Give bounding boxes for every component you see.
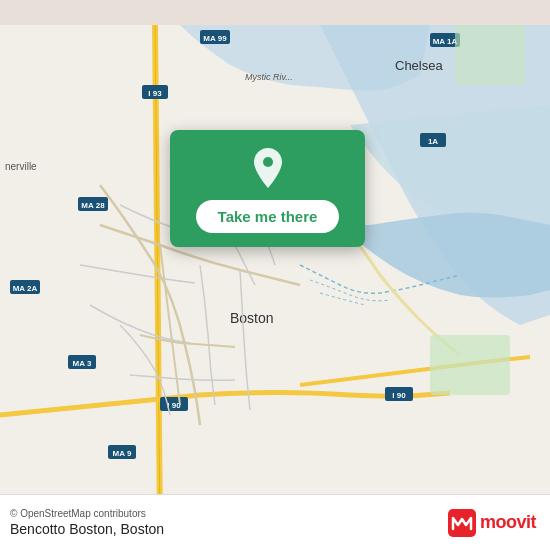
svg-text:MA 28: MA 28 — [81, 201, 105, 210]
moovit-brand-text: moovit — [480, 512, 536, 533]
svg-text:Chelsea: Chelsea — [395, 58, 443, 73]
svg-text:I 93: I 93 — [148, 89, 162, 98]
map-attribution: © OpenStreetMap contributors — [10, 508, 164, 519]
svg-rect-27 — [430, 335, 510, 395]
map-container: Mystic Riv... I 93 MA 28 MA 2A MA 3 MA 9… — [0, 0, 550, 550]
svg-text:I 90: I 90 — [392, 391, 406, 400]
bottom-bar: © OpenStreetMap contributors Bencotto Bo… — [0, 494, 550, 550]
moovit-logo: moovit — [448, 509, 536, 537]
location-name-label: Bencotto Boston, Boston — [10, 521, 164, 537]
bottom-left-info: © OpenStreetMap contributors Bencotto Bo… — [10, 508, 164, 537]
svg-rect-28 — [455, 25, 525, 85]
svg-text:MA 9: MA 9 — [113, 449, 132, 458]
svg-text:nerville: nerville — [5, 161, 37, 172]
svg-text:Mystic Riv...: Mystic Riv... — [245, 72, 293, 82]
map-background: Mystic Riv... I 93 MA 28 MA 2A MA 3 MA 9… — [0, 0, 550, 550]
svg-text:Boston: Boston — [230, 310, 274, 326]
svg-text:MA 99: MA 99 — [203, 34, 227, 43]
svg-text:MA 2A: MA 2A — [13, 284, 38, 293]
popup-card: Take me there — [170, 130, 365, 247]
svg-point-29 — [263, 157, 273, 167]
svg-text:MA 1A: MA 1A — [433, 37, 458, 46]
location-pin-icon — [246, 146, 290, 190]
svg-text:MA 3: MA 3 — [73, 359, 92, 368]
take-me-there-button[interactable]: Take me there — [196, 200, 340, 233]
svg-text:1A: 1A — [428, 137, 438, 146]
moovit-m-icon — [448, 509, 476, 537]
